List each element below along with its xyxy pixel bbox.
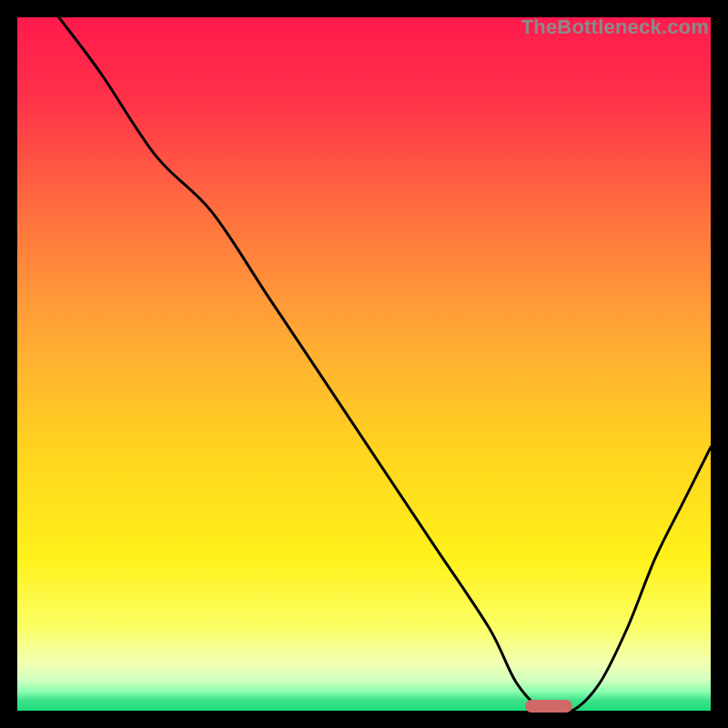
gradient-background: [17, 17, 711, 711]
chart-frame: TheBottleneck.com: [17, 17, 711, 711]
watermark-text: TheBottleneck.com: [521, 15, 709, 39]
plot-area: [17, 17, 711, 711]
optimal-marker: [525, 700, 572, 713]
